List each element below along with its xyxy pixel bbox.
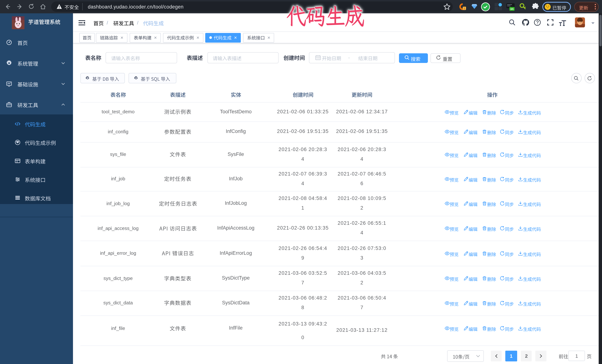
svg-text:on: on bbox=[510, 7, 514, 10]
svg-text:1: 1 bbox=[464, 7, 465, 10]
